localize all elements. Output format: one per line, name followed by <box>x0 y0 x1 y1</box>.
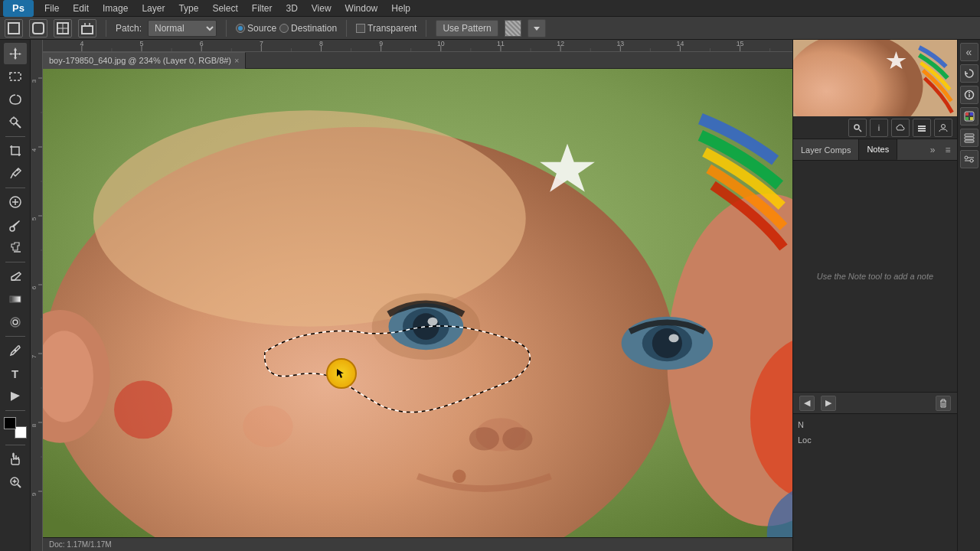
tool-text[interactable]: T <box>4 363 27 384</box>
svg-rect-119 <box>918 128 926 129</box>
svg-point-105 <box>469 427 499 450</box>
menu-view[interactable]: View <box>305 2 338 15</box>
panel-forward-btn[interactable]: » <box>926 144 939 156</box>
color-btn[interactable] <box>960 107 978 126</box>
notes-next-btn[interactable]: ▶ <box>821 396 836 411</box>
svg-text:7: 7 <box>31 354 38 358</box>
menu-window[interactable]: Window <box>339 2 384 15</box>
tool-lasso[interactable] <box>4 89 27 110</box>
svg-text:4: 4 <box>31 148 38 152</box>
layers-panel-btn[interactable] <box>960 129 978 147</box>
svg-text:10: 10 <box>437 40 445 47</box>
close-tab-button[interactable]: × <box>234 56 239 65</box>
outer-right-strip: « <box>957 40 980 551</box>
tool-shape-4[interactable] <box>78 19 96 37</box>
menu-select[interactable]: Select <box>206 2 243 15</box>
panel-menu-btn[interactable]: ≡ <box>942 144 954 156</box>
svg-text:6: 6 <box>31 285 38 289</box>
svg-text:3: 3 <box>31 79 38 83</box>
svg-point-11 <box>11 118 17 124</box>
notes-tab[interactable]: Notes <box>859 139 897 160</box>
tool-move[interactable] <box>4 43 27 64</box>
transparent-checkbox-box <box>356 24 365 33</box>
svg-text:6: 6 <box>200 40 204 47</box>
menu-file[interactable]: File <box>38 2 65 15</box>
separator <box>5 262 25 262</box>
menu-3d[interactable]: 3D <box>279 2 303 15</box>
svg-rect-132 <box>965 140 974 142</box>
lower-label-loc: Loc <box>798 435 812 445</box>
tool-eyedropper[interactable] <box>4 163 27 184</box>
tool-heal[interactable] <box>4 191 27 213</box>
panel-layers-btn[interactable] <box>913 119 931 137</box>
use-pattern-button[interactable]: Use Pattern <box>436 20 498 37</box>
tool-brush[interactable] <box>4 214 27 236</box>
background-color[interactable] <box>15 426 27 439</box>
tool-path-select[interactable] <box>4 386 27 407</box>
svg-rect-127 <box>970 112 973 116</box>
svg-rect-5 <box>82 26 93 34</box>
tool-magic-wand[interactable] <box>4 112 27 133</box>
separator <box>5 410 25 411</box>
menu-image[interactable]: Image <box>96 2 134 15</box>
tool-shape-2[interactable] <box>29 19 47 37</box>
svg-text:12: 12 <box>557 40 564 47</box>
svg-rect-128 <box>965 117 969 120</box>
collapse-panels-btn[interactable]: « <box>960 43 978 61</box>
tool-eraser[interactable] <box>4 266 27 287</box>
panel-info-btn[interactable]: i <box>870 119 888 137</box>
svg-point-121 <box>942 124 946 128</box>
tool-crop[interactable] <box>4 140 27 161</box>
document-tab[interactable]: boy-179850_640.jpg @ 234% (Layer 0, RGB/… <box>43 52 246 69</box>
notes-prev-btn[interactable]: ◀ <box>799 396 815 411</box>
svg-rect-23 <box>10 296 21 302</box>
menu-filter[interactable]: Filter <box>246 2 279 15</box>
svg-text:8: 8 <box>31 423 38 427</box>
cursor-arrow-icon <box>334 366 349 381</box>
menu-type[interactable]: Type <box>172 2 204 15</box>
destination-label: Destination <box>291 23 337 34</box>
history-btn[interactable] <box>960 64 978 83</box>
info-panel-btn[interactable] <box>960 86 978 104</box>
svg-point-109 <box>452 470 466 483</box>
menu-edit[interactable]: Edit <box>67 2 95 15</box>
svg-text:9: 9 <box>379 40 383 47</box>
blend-mode-dropdown[interactable]: NormalMultiplyScreenOverlaySoft LightHar… <box>148 20 217 37</box>
lower-label-n: N <box>798 420 804 429</box>
ruler-top: 4 5 6 7 8 9 10 11 12 13 14 <box>43 40 792 52</box>
svg-text:11: 11 <box>497 40 505 47</box>
foreground-color[interactable] <box>4 417 16 429</box>
tab-bar: boy-179850_640.jpg @ 234% (Layer 0, RGB/… <box>43 52 792 69</box>
tool-shape-1[interactable] <box>5 19 23 37</box>
adjust-btn[interactable] <box>960 150 978 168</box>
menu-layer[interactable]: Layer <box>136 2 171 15</box>
svg-point-107 <box>114 380 172 439</box>
panel-person-btn[interactable] <box>934 119 952 137</box>
notes-delete-btn[interactable] <box>936 396 951 411</box>
options-extra-btn[interactable] <box>528 19 546 37</box>
tool-hand[interactable] <box>4 448 27 470</box>
left-toolbar: T <box>0 40 31 551</box>
tool-pen[interactable] <box>4 340 27 361</box>
destination-radio[interactable]: Destination <box>279 23 337 34</box>
separator-2 <box>226 20 227 37</box>
panel-cloud-btn[interactable] <box>891 119 910 137</box>
panel-search-btn[interactable] <box>848 119 867 137</box>
canvas[interactable]: Doc: 1.17M/1.17M <box>43 69 792 551</box>
color-indicators[interactable] <box>4 417 27 439</box>
tool-rectangle-select[interactable] <box>4 66 27 87</box>
ruler-left: 3 4 5 6 7 8 9 <box>31 40 43 551</box>
separator <box>5 136 25 137</box>
tool-zoom[interactable] <box>4 471 27 493</box>
destination-radio-circle <box>279 24 289 33</box>
tool-gradient[interactable] <box>4 289 27 310</box>
source-destination-group: Source Destination <box>236 23 337 34</box>
tool-clone-stamp[interactable] <box>4 237 27 259</box>
menu-help[interactable]: Help <box>385 2 416 15</box>
source-radio[interactable]: Source <box>236 23 276 34</box>
transparent-checkbox[interactable]: Transparent <box>356 23 416 34</box>
tool-shape-3[interactable] <box>54 19 72 37</box>
layer-comps-tab[interactable]: Layer Comps <box>793 139 859 160</box>
tool-blur[interactable] <box>4 311 27 333</box>
pattern-preview[interactable] <box>505 20 521 37</box>
